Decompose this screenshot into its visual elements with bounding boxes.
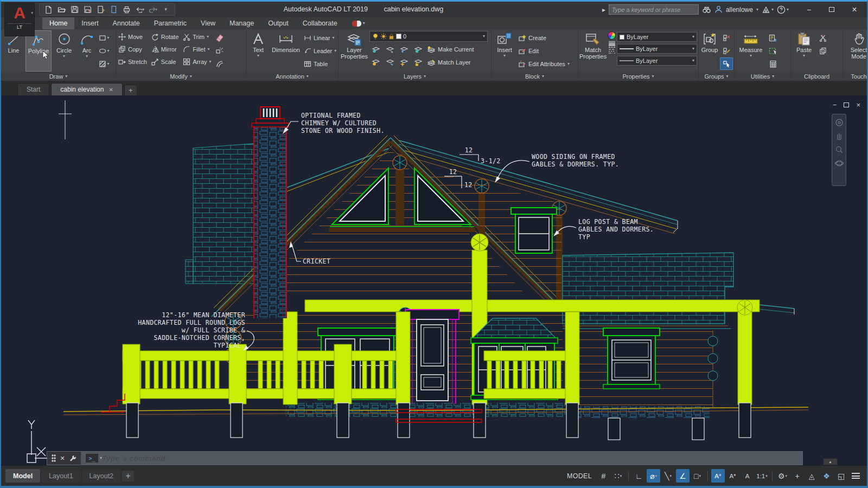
rotate-button[interactable]: Rotate [150,30,180,43]
panel-annotation-footer[interactable]: Annotation▾ [246,72,338,81]
layer-unisolate-button[interactable] [384,56,397,69]
tab-collaborate[interactable]: Collaborate [296,17,344,29]
match-layer-button[interactable]: Match Layer [426,56,472,69]
file-tab-cabin-elevation[interactable]: cabin elevation✕ [51,83,122,95]
layout2-tab[interactable]: Layout2 [82,469,121,483]
rectangle-tool-button[interactable]: ▾ [98,31,111,44]
dimension-button[interactable]: Dimension [270,30,302,72]
polyline-button[interactable]: Polyline [25,30,52,72]
group-selection-toggle[interactable] [720,57,733,70]
layer-freeze-button[interactable] [398,43,411,56]
edit-attributes-button[interactable]: Edit Attributes▾ [517,57,575,70]
mirror-button[interactable]: Mirror [150,43,180,55]
new-drawing-button[interactable] [44,5,53,14]
group-button[interactable]: Group [700,30,719,72]
linetype-dropdown[interactable]: ByLayer▾ [617,56,697,66]
drawing-canvas[interactable]: OPTIONAL FRAMED CHIMNEY W/ CULTURED STON… [1,96,867,466]
offset-button[interactable] [213,57,226,70]
command-line-grip[interactable]: ✕ [47,452,81,465]
crosshair-size-button[interactable]: + [790,469,804,483]
redo-button[interactable]: ▾ [148,5,157,14]
panel-properties-footer[interactable]: Properties▾ [578,72,698,81]
quick-select-button[interactable] [767,31,780,44]
model-tab[interactable]: Model [5,469,40,483]
command-line-close-icon[interactable]: ✕ [60,455,65,462]
save-as-button[interactable] [83,5,92,14]
isolate-objects-button[interactable]: ◬ [805,469,819,483]
text-button[interactable]: Text▾ [247,30,269,72]
insert-block-button[interactable]: Insert▾ [493,30,516,72]
orbit-icon[interactable] [835,159,844,168]
autodesk-a360-icon[interactable]: ▾ [762,6,774,14]
ortho-toggle[interactable]: ∟ [632,469,646,483]
ellipse-tool-button[interactable]: ▾ [98,44,111,57]
panel-layers-footer[interactable]: Layers▾ [339,72,491,81]
tab-annotate[interactable]: Annotate [106,17,147,29]
plot-button[interactable] [122,5,131,14]
panel-utilities-footer[interactable]: Utilities▾ [735,72,790,81]
save-button[interactable] [70,5,79,14]
tab-output[interactable]: Output [261,17,296,29]
customization-gear-button[interactable]: ⚙▾ [776,469,789,483]
file-tab-start[interactable]: Start [17,83,49,95]
edit-block-button[interactable]: Edit [517,44,575,57]
match-properties-button[interactable]: Match Properties [579,30,607,72]
navigation-bar[interactable] [832,114,846,186]
layer-thaw-button[interactable] [398,56,411,69]
close-button[interactable]: × [843,3,866,17]
layer-isolate-button[interactable] [384,43,397,56]
copy-clip-button[interactable] [816,44,829,57]
line-button[interactable]: Line [2,30,25,72]
table-button[interactable]: Table [303,57,336,70]
snap-toggle[interactable]: ∷▾ [611,469,625,483]
minimize-button[interactable]: − [797,3,820,17]
help-search-input[interactable] [609,4,699,15]
tab-manage[interactable]: Manage [222,17,261,29]
layer-unlock-button[interactable] [412,56,425,69]
zoom-icon[interactable] [835,145,844,154]
panel-block-footer[interactable]: Block▾ [492,72,578,81]
close-tab-icon[interactable]: ✕ [108,87,113,93]
tab-parametric[interactable]: Parametric [147,17,194,29]
copy-button[interactable]: Copy [117,43,148,55]
stretch-button[interactable]: Stretch [117,55,148,68]
panel-touch-footer[interactable]: Touch [843,72,868,81]
polar-tracking-toggle[interactable]: ⌀▾ [647,469,660,483]
annotation-visibility-toggle[interactable]: A° [711,469,725,483]
new-tab-button[interactable]: + [124,85,137,95]
dwg-restore-button[interactable] [844,102,849,107]
annotation-scale-icon[interactable]: A [741,469,754,483]
make-current-button[interactable]: Make Current [426,43,475,56]
linetype-icon[interactable] [608,48,616,55]
color-wheel-icon[interactable] [608,31,616,40]
model-space-toggle[interactable]: MODEL [567,472,592,480]
application-menu-button[interactable]: A LT ▾ [4,3,35,36]
panel-groups-footer[interactable]: Groups▾ [699,72,734,81]
pan-hand-icon[interactable] [835,132,844,140]
command-line[interactable]: ✕ >_ ▾ [47,451,803,465]
layer-properties-button[interactable]: Layer Properties [340,30,369,72]
tab-home[interactable]: Home [42,17,74,29]
save-to-web-mobile-button[interactable] [96,5,105,14]
maximize-button[interactable] [820,3,843,17]
panel-clipboard-footer[interactable]: Clipboard [791,72,843,81]
undo-button[interactable]: ▾ [135,5,144,14]
new-layout-button[interactable]: + [122,471,134,481]
create-block-button[interactable]: Create [517,31,575,44]
search-expand-icon[interactable]: ▸ [602,6,605,14]
annotation-scale-value[interactable]: 1:1▾ [755,469,769,483]
lineweight-icon[interactable] [608,40,616,48]
linear-dimension-button[interactable]: Linear▾ [303,31,336,44]
measure-button[interactable]: Measure▾ [736,30,766,72]
signin-user-icon[interactable] [714,5,723,14]
select-mode-button[interactable]: Select Mode [845,30,868,72]
open-from-web-mobile-button[interactable] [109,5,118,14]
navigation-wheel-icon[interactable] [835,118,844,127]
fillet-button[interactable]: Fillet▾ [182,43,212,55]
layer-lock-button[interactable] [412,43,425,56]
panel-draw-footer[interactable]: Draw▾ [1,72,116,81]
dwg-minimize-button[interactable]: − [833,101,837,109]
explode-button[interactable] [213,44,226,57]
dwg-close-button[interactable]: × [856,101,860,109]
layer-off-others-button[interactable] [369,56,382,69]
